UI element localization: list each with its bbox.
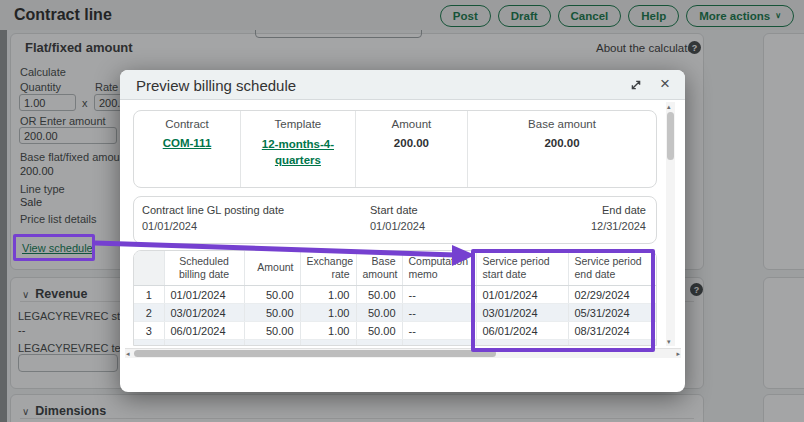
summary-amount: Amount 200.00: [356, 111, 468, 187]
row-number-cell: 3: [134, 322, 164, 340]
template-label: Template: [241, 118, 355, 130]
expand-icon[interactable]: [629, 78, 643, 92]
gl-posting-date-value: 01/01/2024: [142, 220, 197, 232]
summary-base-amount: Base amount 200.00: [468, 111, 656, 187]
amount-value: 200.00: [356, 137, 467, 149]
exchange-rate-cell: 1.00: [300, 304, 356, 322]
computation-memo-cell: --: [402, 286, 476, 304]
exchange-rate-cell: 1.00: [300, 286, 356, 304]
modal-title: Preview billing schedule: [136, 77, 296, 94]
scroll-down-icon[interactable]: ▾: [667, 337, 671, 346]
amount-cell: 50.00: [244, 304, 300, 322]
summary-contract: Contract COM-111: [134, 111, 241, 187]
summary-template: Template 12-months-4-quarters: [241, 111, 356, 187]
annotation-box-service-period: [471, 249, 655, 352]
computation-memo-cell: --: [402, 322, 476, 340]
start-date-label: Start date: [370, 204, 418, 216]
scheduled-billing-date-cell: 01/01/2024: [164, 286, 244, 304]
start-date-value: 01/01/2024: [370, 220, 425, 232]
scroll-right-icon[interactable]: ▸: [676, 349, 680, 358]
annotation-arrow: [95, 236, 477, 270]
horizontal-scrollbar-thumb[interactable]: [134, 350, 496, 357]
close-icon[interactable]: ×: [660, 74, 670, 94]
exchange-rate-cell: 1.00: [300, 322, 356, 340]
base-amount-label: Base amount: [468, 118, 656, 130]
base-amount-cell: 50.00: [356, 286, 402, 304]
amount-cell: 50.00: [244, 322, 300, 340]
base-amount-cell: 50.00: [356, 340, 402, 347]
contract-link[interactable]: COM-111: [134, 137, 240, 149]
template-link[interactable]: 12-months-4-quarters: [248, 137, 348, 168]
row-number-cell: 2: [134, 304, 164, 322]
scroll-left-icon[interactable]: ◂: [126, 349, 130, 358]
vertical-scrollbar[interactable]: ▴ ▾: [666, 102, 675, 346]
end-date-label: End date: [602, 204, 646, 216]
vertical-scrollbar-thumb[interactable]: [667, 112, 674, 160]
app-window: Contract line Post Draft Cancel Help Mor…: [0, 0, 804, 422]
computation-memo-cell: --: [402, 304, 476, 322]
row-number-cell: 1: [134, 286, 164, 304]
annotation-box-view-schedule: [13, 234, 95, 261]
computation-memo-cell: --: [402, 340, 476, 347]
exchange-rate-cell: 1.00: [300, 340, 356, 347]
contract-label: Contract: [134, 118, 240, 130]
row-number-cell: 4: [134, 340, 164, 347]
end-date-value: 12/31/2024: [591, 220, 646, 232]
base-amount-value: 200.00: [468, 137, 656, 149]
amount-cell: 50.00: [244, 340, 300, 347]
scheduled-billing-date-cell: 03/01/2024: [164, 304, 244, 322]
scheduled-billing-date-cell: 06/01/2024: [164, 322, 244, 340]
base-amount-cell: 50.00: [356, 322, 402, 340]
scheduled-billing-date-cell: 09/01/2024: [164, 340, 244, 347]
amount-label: Amount: [356, 118, 467, 130]
gl-posting-date-label: Contract line GL posting date: [142, 204, 284, 216]
amount-cell: 50.00: [244, 286, 300, 304]
modal-header: Preview billing schedule ×: [120, 70, 685, 100]
summary-card: Contract COM-111 Template 12-months-4-qu…: [133, 110, 657, 188]
scroll-up-icon[interactable]: ▴: [667, 102, 671, 111]
base-amount-cell: 50.00: [356, 304, 402, 322]
